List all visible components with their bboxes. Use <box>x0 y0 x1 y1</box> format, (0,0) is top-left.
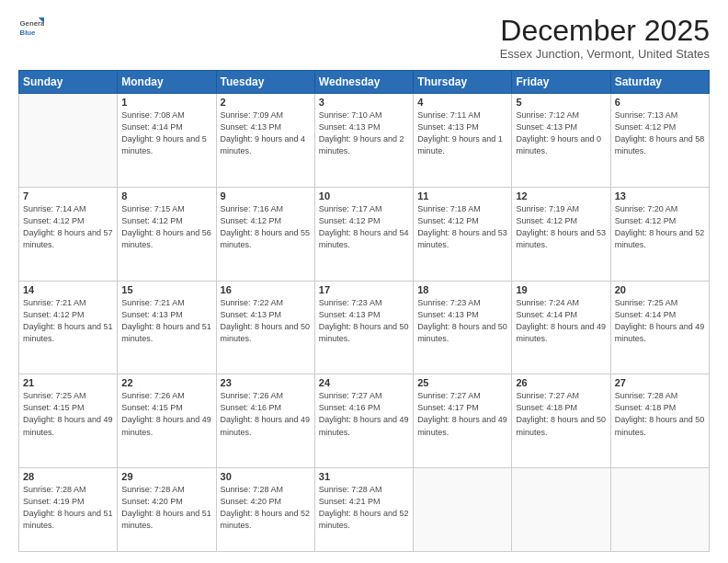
day-cell-26: 26Sunrise: 7:27 AMSunset: 4:18 PMDayligh… <box>512 374 610 468</box>
day-info: Sunrise: 7:10 AMSunset: 4:13 PMDaylight:… <box>319 109 409 157</box>
day-number: 26 <box>516 377 606 388</box>
day-cell-20: 20Sunrise: 7:25 AMSunset: 4:14 PMDayligh… <box>610 281 709 374</box>
day-number: 24 <box>319 377 409 388</box>
day-number: 25 <box>417 377 507 388</box>
day-info: Sunrise: 7:18 AMSunset: 4:12 PMDaylight:… <box>417 203 507 251</box>
day-info: Sunrise: 7:22 AMSunset: 4:13 PMDaylight:… <box>221 297 311 345</box>
day-number: 1 <box>121 97 211 108</box>
weekday-header-row: SundayMondayTuesdayWednesdayThursdayFrid… <box>19 71 710 94</box>
day-cell-6: 6Sunrise: 7:13 AMSunset: 4:12 PMDaylight… <box>610 94 709 188</box>
day-number: 13 <box>615 190 705 201</box>
day-number: 6 <box>615 97 705 108</box>
day-number: 21 <box>23 377 113 388</box>
day-cell-29: 29Sunrise: 7:28 AMSunset: 4:20 PMDayligh… <box>118 468 216 552</box>
day-info: Sunrise: 7:28 AMSunset: 4:20 PMDaylight:… <box>221 484 311 532</box>
day-number: 15 <box>121 284 211 295</box>
svg-text:General: General <box>20 19 44 28</box>
day-info: Sunrise: 7:17 AMSunset: 4:12 PMDaylight:… <box>319 203 409 251</box>
day-info: Sunrise: 7:28 AMSunset: 4:21 PMDaylight:… <box>319 484 409 532</box>
day-number: 16 <box>221 284 311 295</box>
day-cell-1: 1Sunrise: 7:08 AMSunset: 4:14 PMDaylight… <box>118 94 216 188</box>
day-cell-16: 16Sunrise: 7:22 AMSunset: 4:13 PMDayligh… <box>216 281 314 374</box>
day-number: 30 <box>221 471 311 482</box>
day-number: 28 <box>23 471 113 482</box>
weekday-header-sunday: Sunday <box>19 71 118 94</box>
day-number: 10 <box>319 190 409 201</box>
day-info: Sunrise: 7:20 AMSunset: 4:12 PMDaylight:… <box>615 203 705 251</box>
week-row-3: 14Sunrise: 7:21 AMSunset: 4:12 PMDayligh… <box>19 281 710 374</box>
logo: General Blue <box>18 15 44 40</box>
day-number: 14 <box>23 284 113 295</box>
month-title: December 2025 <box>500 15 710 47</box>
day-cell-31: 31Sunrise: 7:28 AMSunset: 4:21 PMDayligh… <box>314 468 413 552</box>
day-info: Sunrise: 7:28 AMSunset: 4:18 PMDaylight:… <box>615 390 705 438</box>
day-cell-23: 23Sunrise: 7:26 AMSunset: 4:16 PMDayligh… <box>216 374 314 468</box>
empty-cell <box>512 468 610 552</box>
empty-cell <box>610 468 709 552</box>
day-info: Sunrise: 7:23 AMSunset: 4:13 PMDaylight:… <box>319 297 409 345</box>
day-info: Sunrise: 7:25 AMSunset: 4:15 PMDaylight:… <box>23 390 113 438</box>
day-cell-25: 25Sunrise: 7:27 AMSunset: 4:17 PMDayligh… <box>414 374 512 468</box>
day-cell-12: 12Sunrise: 7:19 AMSunset: 4:12 PMDayligh… <box>512 187 610 281</box>
day-cell-14: 14Sunrise: 7:21 AMSunset: 4:12 PMDayligh… <box>19 281 118 374</box>
day-info: Sunrise: 7:21 AMSunset: 4:12 PMDaylight:… <box>23 297 113 345</box>
day-number: 9 <box>221 190 311 201</box>
day-number: 17 <box>319 284 409 295</box>
day-cell-11: 11Sunrise: 7:18 AMSunset: 4:12 PMDayligh… <box>414 187 512 281</box>
day-cell-4: 4Sunrise: 7:11 AMSunset: 4:13 PMDaylight… <box>414 94 512 188</box>
day-cell-15: 15Sunrise: 7:21 AMSunset: 4:13 PMDayligh… <box>118 281 216 374</box>
day-info: Sunrise: 7:27 AMSunset: 4:16 PMDaylight:… <box>319 390 409 438</box>
day-number: 5 <box>516 97 606 108</box>
day-cell-13: 13Sunrise: 7:20 AMSunset: 4:12 PMDayligh… <box>610 187 709 281</box>
day-number: 29 <box>121 471 211 482</box>
day-info: Sunrise: 7:23 AMSunset: 4:13 PMDaylight:… <box>417 297 507 345</box>
day-number: 8 <box>121 190 211 201</box>
day-number: 27 <box>615 377 705 388</box>
day-info: Sunrise: 7:26 AMSunset: 4:16 PMDaylight:… <box>221 390 311 438</box>
week-row-2: 7Sunrise: 7:14 AMSunset: 4:12 PMDaylight… <box>19 187 710 281</box>
weekday-header-friday: Friday <box>512 71 610 94</box>
day-cell-24: 24Sunrise: 7:27 AMSunset: 4:16 PMDayligh… <box>314 374 413 468</box>
svg-text:Blue: Blue <box>20 29 37 37</box>
day-cell-19: 19Sunrise: 7:24 AMSunset: 4:14 PMDayligh… <box>512 281 610 374</box>
day-cell-28: 28Sunrise: 7:28 AMSunset: 4:19 PMDayligh… <box>19 468 118 552</box>
logo-icon: General Blue <box>18 15 44 40</box>
day-cell-9: 9Sunrise: 7:16 AMSunset: 4:12 PMDaylight… <box>216 187 314 281</box>
week-row-4: 21Sunrise: 7:25 AMSunset: 4:15 PMDayligh… <box>19 374 710 468</box>
weekday-header-tuesday: Tuesday <box>216 71 314 94</box>
day-info: Sunrise: 7:14 AMSunset: 4:12 PMDaylight:… <box>23 203 113 251</box>
day-info: Sunrise: 7:27 AMSunset: 4:17 PMDaylight:… <box>417 390 507 438</box>
day-info: Sunrise: 7:24 AMSunset: 4:14 PMDaylight:… <box>516 297 606 345</box>
header: General Blue December 2025 Essex Junctio… <box>18 15 710 61</box>
day-info: Sunrise: 7:16 AMSunset: 4:12 PMDaylight:… <box>221 203 311 251</box>
day-cell-17: 17Sunrise: 7:23 AMSunset: 4:13 PMDayligh… <box>314 281 413 374</box>
empty-cell <box>19 94 118 188</box>
weekday-header-saturday: Saturday <box>610 71 709 94</box>
day-info: Sunrise: 7:08 AMSunset: 4:14 PMDaylight:… <box>121 109 211 157</box>
day-number: 4 <box>417 97 507 108</box>
day-info: Sunrise: 7:28 AMSunset: 4:20 PMDaylight:… <box>121 484 211 532</box>
day-cell-18: 18Sunrise: 7:23 AMSunset: 4:13 PMDayligh… <box>414 281 512 374</box>
day-info: Sunrise: 7:28 AMSunset: 4:19 PMDaylight:… <box>23 484 113 532</box>
day-cell-8: 8Sunrise: 7:15 AMSunset: 4:12 PMDaylight… <box>118 187 216 281</box>
day-info: Sunrise: 7:26 AMSunset: 4:15 PMDaylight:… <box>121 390 211 438</box>
day-info: Sunrise: 7:25 AMSunset: 4:14 PMDaylight:… <box>615 297 705 345</box>
day-number: 11 <box>417 190 507 201</box>
day-number: 19 <box>516 284 606 295</box>
day-cell-7: 7Sunrise: 7:14 AMSunset: 4:12 PMDaylight… <box>19 187 118 281</box>
weekday-header-wednesday: Wednesday <box>314 71 413 94</box>
day-number: 18 <box>417 284 507 295</box>
day-number: 31 <box>319 471 409 482</box>
title-block: December 2025 Essex Junction, Vermont, U… <box>500 15 710 61</box>
week-row-1: 1Sunrise: 7:08 AMSunset: 4:14 PMDaylight… <box>19 94 710 188</box>
day-info: Sunrise: 7:27 AMSunset: 4:18 PMDaylight:… <box>516 390 606 438</box>
day-info: Sunrise: 7:19 AMSunset: 4:12 PMDaylight:… <box>516 203 606 251</box>
day-number: 23 <box>221 377 311 388</box>
day-number: 7 <box>23 190 113 201</box>
day-info: Sunrise: 7:13 AMSunset: 4:12 PMDaylight:… <box>615 109 705 157</box>
day-number: 3 <box>319 97 409 108</box>
day-number: 20 <box>615 284 705 295</box>
day-cell-5: 5Sunrise: 7:12 AMSunset: 4:13 PMDaylight… <box>512 94 610 188</box>
empty-cell <box>414 468 512 552</box>
day-cell-27: 27Sunrise: 7:28 AMSunset: 4:18 PMDayligh… <box>610 374 709 468</box>
